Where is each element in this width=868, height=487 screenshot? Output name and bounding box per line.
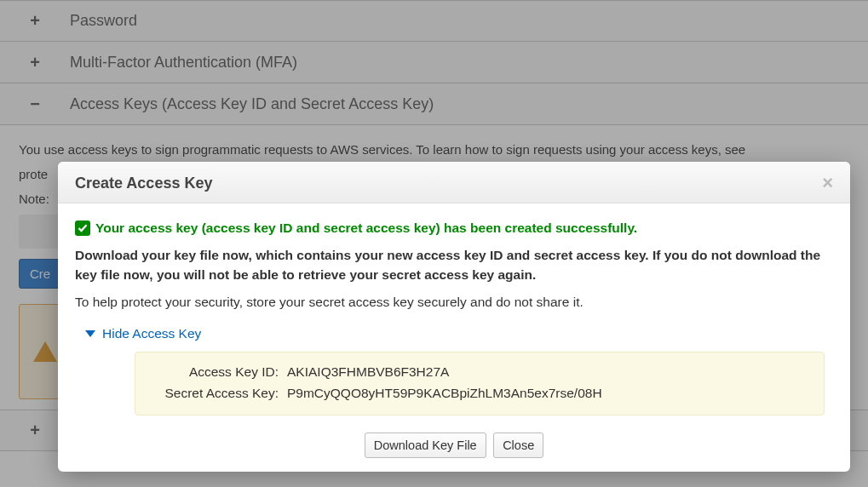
toggle-label: Hide Access Key: [102, 324, 201, 343]
plus-icon: +: [26, 11, 44, 31]
access-key-id-label: Access Key ID:: [151, 363, 279, 381]
close-icon[interactable]: ×: [822, 174, 833, 192]
create-access-key-button[interactable]: Cre: [19, 259, 61, 289]
triangle-down-icon: [85, 330, 95, 337]
modal-body: Your access key (access key ID and secre…: [58, 203, 850, 427]
secret-access-key-label: Secret Access Key:: [151, 384, 279, 403]
access-key-id-value: AKIAIQ3FHMBVB6F3H27A: [287, 363, 449, 381]
accordion-label: Multi-Factor Authentication (MFA): [70, 54, 297, 72]
access-key-id-row: Access Key ID: AKIAIQ3FHMBVB6F3H27A: [151, 363, 808, 381]
access-key-values-box: Access Key ID: AKIAIQ3FHMBVB6F3H27A Secr…: [135, 352, 825, 415]
modal-header: Create Access Key ×: [58, 162, 850, 203]
modal-footer: Download Key File Close: [58, 427, 850, 472]
accordion-item-password[interactable]: + Password: [0, 0, 868, 42]
secret-access-key-row: Secret Access Key: P9mCyQQO8yHT59P9KACBp…: [151, 384, 808, 403]
check-icon: [75, 221, 90, 236]
accordion-label: Password: [70, 12, 137, 30]
page-root: + Password + Multi-Factor Authentication…: [0, 0, 868, 487]
download-warning-text: Download your key file now, which contai…: [75, 246, 833, 284]
minus-icon: −: [26, 95, 44, 114]
create-access-key-modal: Create Access Key × Your access key (acc…: [58, 162, 850, 472]
secret-access-key-value: P9mCyQQO8yHT59P9KACBpiZhLM3An5ex7rse/08H: [287, 384, 602, 403]
security-help-text: To help protect your security, store you…: [75, 293, 833, 312]
accordion-item-access-keys[interactable]: − Access Keys (Access Key ID and Secret …: [0, 83, 868, 125]
success-message: Your access key (access key ID and secre…: [75, 219, 833, 238]
plus-icon: +: [26, 53, 44, 72]
plus-icon: +: [26, 421, 44, 440]
warning-triangle-icon: [33, 341, 57, 362]
panel-intro-text: You use access keys to sign programmatic…: [19, 140, 849, 158]
modal-title: Create Access Key: [75, 175, 212, 192]
accordion-label: Access Keys (Access Key ID and Secret Ac…: [70, 95, 434, 113]
success-text: Your access key (access key ID and secre…: [95, 219, 637, 238]
download-key-file-button[interactable]: Download Key File: [365, 433, 486, 458]
close-button[interactable]: Close: [493, 433, 543, 458]
accordion-item-mfa[interactable]: + Multi-Factor Authentication (MFA): [0, 42, 868, 83]
hide-access-key-toggle[interactable]: Hide Access Key: [85, 324, 833, 343]
